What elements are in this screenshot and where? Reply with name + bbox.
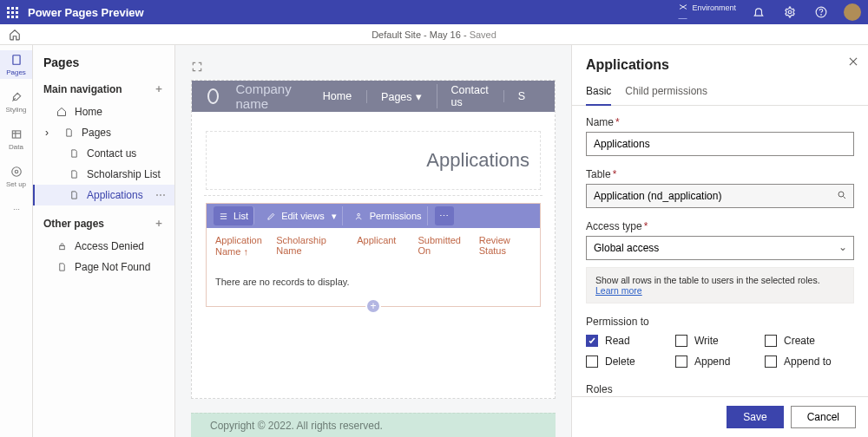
nav-contact[interactable]: Contact us [437,84,503,108]
rail-data[interactable]: Data [0,125,32,153]
help-icon[interactable] [812,3,830,21]
perm-append-to[interactable]: Append to [765,355,854,368]
nav-truncated[interactable]: S [503,90,539,102]
notifications-icon[interactable] [750,3,767,21]
settings-icon[interactable] [781,3,799,21]
document-icon [68,168,80,180]
tab-child-permissions[interactable]: Child permissions [625,80,707,105]
table-header: Application Name ↑ Scholarship Name Appl… [207,228,540,264]
page-access-denied[interactable]: Access Denied [33,236,174,257]
roles-label: Roles [586,383,854,395]
svg-point-6 [11,167,21,177]
permissions-grid: Read Write Create Delete Append Append t… [586,335,854,368]
fit-to-screen-icon[interactable] [191,61,556,73]
page-home[interactable]: Home [33,101,174,122]
permission-to-label: Permission to [586,316,854,328]
document-icon [68,147,80,160]
app-header: Power Pages Preview Environment — [0,0,868,24]
tab-basic[interactable]: Basic [586,80,611,106]
user-avatar[interactable] [844,3,861,21]
perm-append[interactable]: Append [675,355,765,368]
left-rail: Pages Styling Data Set up ⋯ [0,45,33,437]
page-contact-us[interactable]: Contact us [33,143,174,164]
site-nav: Home Pages▾ Contact us S [309,84,539,108]
page-item-more-icon[interactable]: ⋯ [155,189,166,201]
perm-write[interactable]: Write [675,335,765,347]
col-submitted-on[interactable]: Submitted On [418,235,470,258]
col-scholarship-name[interactable]: Scholarship Name [276,235,348,258]
page-heading: Applications [206,131,541,190]
perm-read[interactable]: Read [586,335,675,347]
page-scholarship-list[interactable]: Scholarship List [33,164,174,185]
perm-create[interactable]: Create [765,335,854,347]
col-application-name[interactable]: Application Name ↑ [215,235,267,258]
document-icon [56,261,68,273]
site-footer: Copyright © 2022. All rights reserved. [191,413,556,437]
pages-pane: Pages Main navigation ＋ Home › Pages Con… [33,45,175,437]
save-status: Saved [470,29,496,40]
rail-pages[interactable]: Pages [0,50,32,79]
page-not-found[interactable]: Page Not Found [33,257,174,277]
svg-point-5 [15,170,18,173]
app-launcher-icon[interactable] [7,7,19,18]
breadcrumb-bar: Default Site - May 16 - Saved [0,24,868,45]
nav-pages[interactable]: Pages▾ [366,90,435,103]
lock-icon [56,240,68,252]
site-preview: Company name Home Pages▾ Contact us S Ap… [191,80,556,399]
environment-picker[interactable]: Environment — [678,2,736,23]
access-hint: Show all rows in the table to users in t… [586,267,854,303]
sort-asc-icon: ↑ [243,246,248,257]
col-applicant[interactable]: Applicant [357,235,409,258]
access-type-label: Access type* [586,220,854,232]
svg-point-2 [821,15,822,16]
add-section-button[interactable]: + [365,298,381,314]
company-name: Company name [236,82,292,111]
home-icon[interactable] [9,29,21,41]
document-icon [62,127,75,139]
group-other-pages: Other pages ＋ [33,211,174,236]
caret-down-icon: ▾ [416,91,422,103]
ellipsis-icon: ⋯ [10,202,23,216]
svg-rect-7 [59,246,64,250]
search-icon[interactable] [837,190,847,200]
group-main-nav: Main navigation ＋ [33,76,174,101]
access-type-select[interactable] [586,236,854,260]
rail-setup[interactable]: Set up [0,162,32,191]
svg-point-8 [357,213,359,216]
home-icon [56,106,68,118]
page-applications[interactable]: Applications⋯ [33,185,174,205]
add-page-icon[interactable]: ＋ [154,216,164,231]
table-label: Table* [586,168,854,180]
svg-point-9 [838,192,844,197]
site-title: Default Site - May 16 [372,29,461,40]
learn-more-link[interactable]: Learn more [595,285,642,296]
cancel-button[interactable]: Cancel [791,406,856,428]
table-lookup[interactable] [586,184,854,208]
page-pages[interactable]: › Pages [33,122,174,143]
site-logo-icon [207,88,219,104]
close-icon[interactable] [847,55,859,68]
edit-views-button[interactable]: Edit views▾ [261,206,343,225]
svg-rect-3 [12,55,19,65]
name-label: Name* [586,116,854,128]
site-header: Company name Home Pages▾ Contact us S [192,81,555,112]
list-more-icon[interactable]: ⋯ [435,206,454,225]
col-review-status[interactable]: Review Status [479,235,531,258]
rail-more[interactable]: ⋯ [0,199,32,218]
save-button[interactable]: Save [727,406,783,428]
design-canvas: Company name Home Pages▾ Contact us S Ap… [175,45,571,437]
list-view-button[interactable]: List [214,206,254,225]
nav-home[interactable]: Home [309,90,365,102]
rail-styling[interactable]: Styling [0,88,32,116]
add-page-icon[interactable]: ＋ [154,82,164,96]
permissions-button[interactable]: Permissions [350,206,428,225]
list-component[interactable]: List Edit views▾ Permissions ⋯ Applicati… [206,203,541,307]
pages-title: Pages [33,52,174,76]
svg-point-0 [788,10,792,14]
panel-tabs: Basic Child permissions [572,80,868,106]
name-input[interactable] [586,132,854,156]
perm-delete[interactable]: Delete [586,355,675,368]
panel-footer: Save Cancel [572,396,868,437]
chevron-right-icon: › [45,127,49,139]
document-icon [68,189,80,201]
